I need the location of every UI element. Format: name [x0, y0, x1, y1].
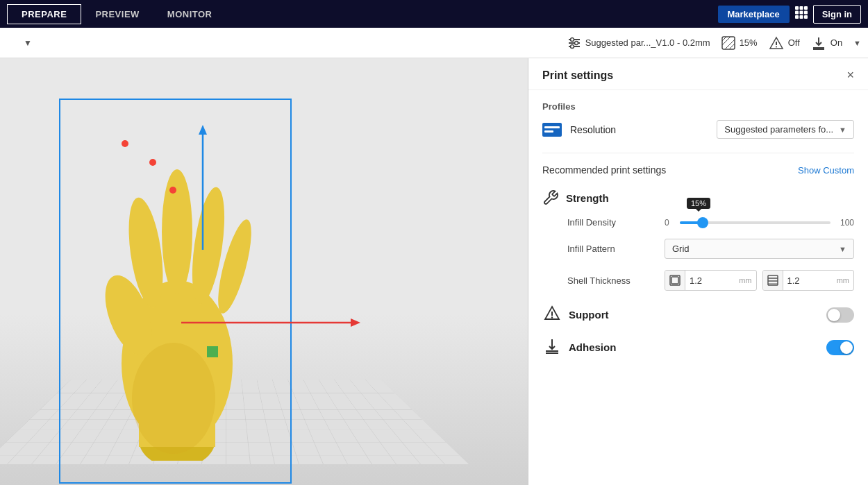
support-section-icon — [542, 305, 562, 325]
recommended-label: Recommended print settings — [542, 164, 666, 176]
support-toggle-knob — [828, 309, 840, 321]
sub-nav-left-chevron[interactable]: ▼ — [24, 38, 32, 48]
svg-marker-33 — [199, 125, 207, 135]
infill-pattern-dropdown[interactable]: Grid ▼ — [665, 239, 854, 259]
svg-rect-0 — [795, 6, 799, 10]
shell-thickness-row: Shell Thickness — [542, 270, 854, 291]
slider-thumb[interactable]: 15% — [697, 217, 708, 228]
preview-nav-btn[interactable]: PREVIEW — [81, 5, 153, 24]
support-item[interactable]: Off — [769, 36, 800, 50]
svg-rect-4 — [799, 10, 803, 14]
infill-density-label: Infill Density — [567, 217, 665, 228]
adhesion-item[interactable]: On — [811, 36, 842, 50]
panel-title: Print settings — [542, 69, 613, 82]
shell-inputs: mm — [665, 270, 854, 291]
shell-top-unit: mm — [837, 276, 853, 284]
adhesion-row: Adhesion — [542, 337, 854, 357]
adhesion-section-icon — [542, 337, 562, 357]
infill-pattern-row: Infill Pattern Grid ▼ — [542, 239, 854, 259]
slider-track[interactable]: 15% — [680, 221, 831, 224]
marketplace-button[interactable]: Marketplace — [718, 6, 790, 23]
svg-rect-6 — [795, 15, 799, 19]
profile-dropdown[interactable]: Suggested parameters fo... ▼ — [717, 120, 854, 139]
shell-wall-input-group: mm — [665, 270, 757, 291]
shell-top-input[interactable] — [783, 273, 837, 289]
svg-point-12 — [574, 41, 578, 44]
svg-rect-37 — [671, 277, 678, 284]
divider-1 — [542, 153, 854, 153]
shell-thickness-label: Shell Thickness — [567, 275, 665, 286]
y-axis-arrow — [198, 125, 208, 259]
infill-pattern-value: Grid — [672, 244, 833, 254]
infill-slider-container: 0 15% 100 — [665, 218, 854, 228]
infill-pattern-value-area: Grid ▼ — [665, 239, 854, 259]
sub-navigation: ▼ Suggested par..._V1.0 - 0.2mm 15% — [0, 28, 868, 58]
resolution-label: Resolution — [570, 124, 708, 135]
slider-tooltip: 15% — [687, 198, 710, 209]
svg-rect-1 — [799, 6, 803, 10]
error-marker-2 — [149, 159, 156, 166]
svg-rect-3 — [795, 10, 799, 14]
error-marker-1 — [122, 140, 128, 147]
show-custom-button[interactable]: Show Custom — [798, 165, 854, 176]
origin-cube — [207, 346, 218, 357]
shell-top-icon — [763, 271, 783, 290]
sub-nav-right-chevron[interactable]: ▼ — [853, 39, 861, 47]
resolution-icon — [542, 123, 562, 137]
svg-point-18 — [776, 46, 777, 47]
svg-rect-7 — [799, 15, 803, 19]
grid-apps-icon[interactable] — [790, 3, 813, 25]
monitor-nav-btn[interactable]: MONITOR — [153, 5, 226, 24]
shell-wall-icon — [665, 271, 685, 290]
svg-rect-5 — [804, 10, 808, 14]
infill-pattern-arrow: ▼ — [839, 245, 846, 253]
error-marker-3 — [169, 187, 176, 194]
infill-icon — [721, 36, 735, 50]
strength-section: Strength Infill Density 0 15% — [542, 189, 854, 291]
svg-point-44 — [551, 316, 553, 318]
support-toggle[interactable] — [826, 307, 854, 323]
settings-sliders-icon — [567, 37, 581, 49]
support-label: Support — [569, 309, 819, 321]
strength-label: Strength — [566, 192, 609, 204]
shell-wall-input[interactable] — [685, 273, 739, 289]
adhesion-toggle-knob — [840, 341, 853, 354]
panel-body: Profiles Resolution Suggested parameters… — [528, 90, 868, 485]
profile-dropdown-text: Suggested parameters fo... — [724, 124, 833, 135]
adhesion-toggle[interactable] — [826, 340, 854, 355]
profile-selector[interactable]: Suggested par..._V1.0 - 0.2mm — [567, 37, 710, 49]
svg-point-10 — [570, 37, 574, 41]
x-axis-arrow — [181, 318, 362, 330]
support-label: Off — [788, 37, 800, 48]
infill-pattern-label: Infill Pattern — [567, 244, 665, 254]
recommended-row: Recommended print settings Show Custom — [542, 164, 854, 176]
support-icon — [769, 36, 784, 50]
slider-min: 0 — [665, 218, 676, 228]
close-button[interactable]: × — [846, 68, 854, 83]
infill-density-row: Infill Density 0 15% 100 — [542, 217, 854, 228]
infill-density-value-area: 0 15% 100 — [665, 218, 854, 228]
infill-item[interactable]: 15% — [721, 36, 758, 50]
main-area: Print settings × Profiles Resolution Sug… — [0, 58, 868, 485]
svg-rect-2 — [804, 6, 808, 10]
shell-thickness-value-area: mm — [665, 270, 854, 291]
svg-marker-35 — [351, 318, 360, 327]
prepare-nav-btn[interactable]: PREPARE — [7, 4, 81, 24]
profiles-row: Resolution Suggested parameters fo... ▼ — [542, 120, 854, 139]
adhesion-label: On — [831, 37, 842, 48]
shell-wall-unit: mm — [739, 276, 756, 284]
adhesion-label: Adhesion — [569, 341, 819, 353]
strength-wrench-icon — [542, 189, 559, 206]
svg-point-14 — [570, 44, 574, 48]
svg-rect-8 — [804, 15, 808, 19]
signin-button[interactable]: Sign in — [813, 5, 861, 24]
infill-value: 15% — [740, 37, 758, 48]
print-settings-panel: Print settings × Profiles Resolution Sug… — [528, 58, 868, 485]
3d-viewport[interactable] — [0, 58, 528, 485]
support-row: Support — [542, 305, 854, 325]
svg-point-28 — [162, 169, 192, 294]
slider-max: 100 — [835, 218, 854, 228]
sub-nav-right: Suggested par..._V1.0 - 0.2mm 15% Off — [567, 36, 861, 50]
panel-header: Print settings × — [528, 58, 868, 90]
top-navigation: PREPARE PREVIEW MONITOR Marketplace Sign… — [0, 0, 868, 28]
